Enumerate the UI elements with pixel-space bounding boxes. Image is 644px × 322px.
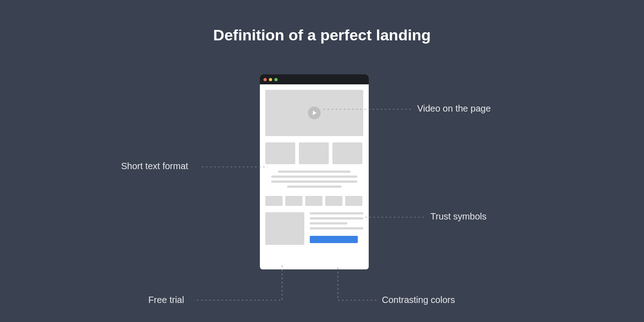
callout-trust: Trust symbols bbox=[430, 211, 487, 222]
text-line bbox=[310, 212, 363, 215]
callout-video: Video on the page bbox=[417, 103, 491, 114]
text-block bbox=[265, 171, 363, 188]
window-minimize-icon bbox=[269, 78, 272, 81]
trust-badge-row bbox=[265, 196, 363, 206]
callout-short-text: Short text format bbox=[121, 161, 188, 171]
bottom-row bbox=[265, 212, 363, 245]
text-line bbox=[271, 176, 357, 178]
text-line bbox=[310, 217, 363, 220]
window-close-icon bbox=[263, 78, 267, 81]
hero-video-block bbox=[265, 90, 363, 136]
paragraph-block bbox=[310, 212, 363, 243]
play-icon bbox=[308, 107, 321, 119]
thumbnail bbox=[332, 142, 362, 164]
callout-free-trial: Free trial bbox=[148, 295, 184, 305]
page-content bbox=[260, 84, 369, 250]
thumbnail bbox=[299, 142, 329, 164]
text-line bbox=[287, 185, 342, 188]
browser-mockup bbox=[260, 74, 369, 269]
thumbnail bbox=[265, 142, 295, 164]
cta-button bbox=[310, 236, 358, 243]
window-titlebar bbox=[260, 74, 369, 84]
window-maximize-icon bbox=[274, 78, 278, 81]
trust-badge bbox=[265, 196, 283, 206]
thumbnail-row bbox=[265, 142, 363, 164]
trust-badge bbox=[345, 196, 362, 206]
text-line bbox=[310, 227, 363, 229]
media-block bbox=[265, 212, 304, 245]
callout-contrast: Contrasting colors bbox=[382, 295, 455, 305]
text-line bbox=[310, 222, 347, 224]
trust-badge bbox=[325, 196, 342, 206]
trust-badge bbox=[285, 196, 302, 206]
diagram-title: Definition of a perfect landing bbox=[0, 26, 644, 44]
text-line bbox=[278, 171, 351, 173]
text-line bbox=[271, 181, 357, 183]
trust-badge bbox=[305, 196, 322, 206]
